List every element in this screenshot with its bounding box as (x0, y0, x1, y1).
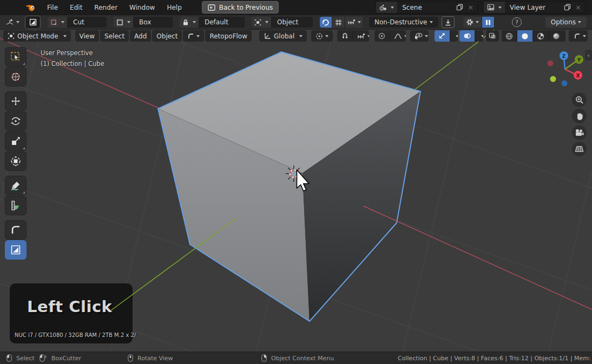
options-dropdown[interactable]: Options (545, 17, 587, 28)
tool-annotate[interactable] (5, 176, 27, 195)
proportional-edit-toggle[interactable] (374, 30, 390, 42)
orientation-label: Global (274, 32, 294, 40)
menu-edit[interactable]: Edit (64, 0, 88, 15)
shading-wireframe-button[interactable] (502, 30, 517, 42)
scene-browse-button[interactable] (376, 2, 397, 13)
chevron-down-icon (404, 35, 406, 37)
menu-view[interactable]: View (75, 30, 99, 42)
falloff-dropdown[interactable] (390, 30, 406, 42)
transform-orientation-dropdown[interactable]: Global (259, 30, 307, 42)
addon-corner-dropdown[interactable] (183, 30, 204, 42)
operation-group: Default (180, 17, 245, 28)
tool-corner-addon[interactable] (5, 220, 27, 240)
selectability-dropdown[interactable] (410, 30, 429, 42)
tool-scale[interactable] (5, 131, 27, 151)
mode-select-group: Non-Destructive (369, 17, 438, 28)
back-to-previous-button[interactable]: Back to Previous (202, 1, 279, 14)
menu-select[interactable]: Select (100, 30, 129, 42)
active-tool-display[interactable] (25, 16, 41, 29)
menu-file[interactable]: File (41, 0, 64, 15)
view-layer-new-button[interactable] (561, 4, 574, 11)
show-gizmo-toggle[interactable] (435, 30, 450, 42)
zoom-button[interactable] (572, 92, 587, 107)
menu-object[interactable]: Object (152, 30, 182, 42)
menu-render[interactable]: Render (88, 0, 123, 15)
gizmo-neg-y-ball[interactable] (550, 76, 556, 82)
navigation-gizmo[interactable]: Z Y X (542, 48, 592, 92)
gizmo-neg-x-ball[interactable] (548, 61, 554, 67)
view-layer-name-field[interactable]: View Layer (505, 4, 561, 11)
behavior-dropdown[interactable] (252, 17, 272, 28)
menu-window[interactable]: Window (123, 0, 161, 15)
pan-button[interactable] (572, 109, 587, 123)
apply-live-button[interactable] (442, 16, 455, 28)
shading-rendered-button[interactable] (549, 30, 564, 42)
tool-move[interactable] (5, 91, 27, 111)
boxcutter-icon (29, 18, 37, 27)
scene-unlink-button[interactable]: × (466, 3, 477, 11)
gizmo-x-ball[interactable]: X (574, 71, 582, 80)
gizmo-z-ball[interactable]: Z (560, 51, 568, 60)
keymap-boxcutter: BoxCutter (40, 352, 81, 364)
cube-object[interactable] (158, 52, 420, 321)
shading-solid-button[interactable] (517, 30, 533, 42)
keymap-context-menu: Object Context Menu (261, 352, 334, 364)
snap-toggle[interactable] (337, 30, 353, 42)
tool-boxcutter[interactable] (5, 240, 27, 260)
gizmo-neg-z-ball[interactable] (562, 81, 568, 87)
svg-text:Z: Z (562, 54, 566, 59)
tool-select-box[interactable] (5, 47, 27, 67)
help-button[interactable]: ? (512, 17, 522, 27)
status-bar: Select BoxCutter Rotate View Object Cont… (0, 352, 592, 364)
tool-measure[interactable] (5, 196, 27, 215)
surface-snap-toggle[interactable] (320, 17, 332, 28)
tool-rotate[interactable] (5, 111, 27, 131)
magnet-icon (341, 32, 348, 39)
tool-cursor[interactable] (5, 67, 27, 87)
grid-snap-toggle[interactable] (332, 17, 345, 28)
pause-toggle[interactable] (482, 17, 495, 28)
menu-retopoflow[interactable]: RetopoFlow (205, 30, 252, 42)
increment-snap-dropdown[interactable] (345, 17, 364, 28)
menu-help[interactable]: Help (161, 0, 187, 15)
tool-transform[interactable] (5, 151, 27, 171)
blender-logo-icon[interactable] (25, 4, 36, 11)
operation-dropdown[interactable] (180, 17, 199, 28)
camera-view-button[interactable] (572, 125, 587, 140)
left-mouse-icon (6, 354, 12, 362)
snap-target-dropdown[interactable] (353, 30, 369, 42)
shape-dropdown[interactable] (114, 17, 134, 28)
view-layer-remove-button[interactable]: × (574, 3, 585, 11)
perspective-toggle-button[interactable] (572, 142, 587, 156)
chevron-down-icon (425, 35, 428, 37)
download-arrow-icon (445, 19, 451, 26)
gizmo-dropdown[interactable] (450, 30, 458, 42)
menu-add[interactable]: Add (130, 30, 151, 42)
view-layer-browse-button[interactable] (484, 2, 505, 13)
xray-toggle[interactable] (486, 30, 499, 42)
shading-material-button[interactable] (533, 30, 549, 42)
cut-mode-dropdown[interactable] (48, 17, 68, 28)
shape-field[interactable]: Box (134, 17, 173, 28)
collection-object-label: (1) Collection | Cube (41, 58, 104, 69)
object-mode-icon (8, 32, 15, 39)
editor-type-dropdown[interactable] (3, 17, 22, 28)
increment-snap-icon (347, 19, 356, 25)
gizmo-y-ball[interactable]: Y (575, 55, 583, 64)
behavior-field[interactable]: Object (272, 17, 313, 28)
overlays-dropdown[interactable] (475, 30, 483, 42)
shading-dropdown[interactable] (564, 30, 565, 42)
extra-corner-dropdown[interactable] (569, 30, 588, 42)
scene-new-button[interactable] (453, 4, 466, 11)
scene-name-field[interactable]: Scene (397, 4, 453, 11)
operation-field[interactable]: Default (199, 17, 245, 28)
mode-dropdown[interactable]: Object Mode (3, 30, 71, 42)
cut-mode-field[interactable]: Cut (68, 17, 107, 28)
show-overlays-toggle[interactable] (459, 30, 475, 42)
pivot-point-dropdown[interactable] (311, 30, 333, 42)
chevron-down-icon (430, 21, 433, 23)
destructive-mode-dropdown[interactable]: Non-Destructive (369, 17, 438, 28)
settings-cluster (463, 17, 495, 28)
settings-dropdown[interactable] (463, 17, 482, 28)
proportional-circle-icon (378, 32, 385, 39)
